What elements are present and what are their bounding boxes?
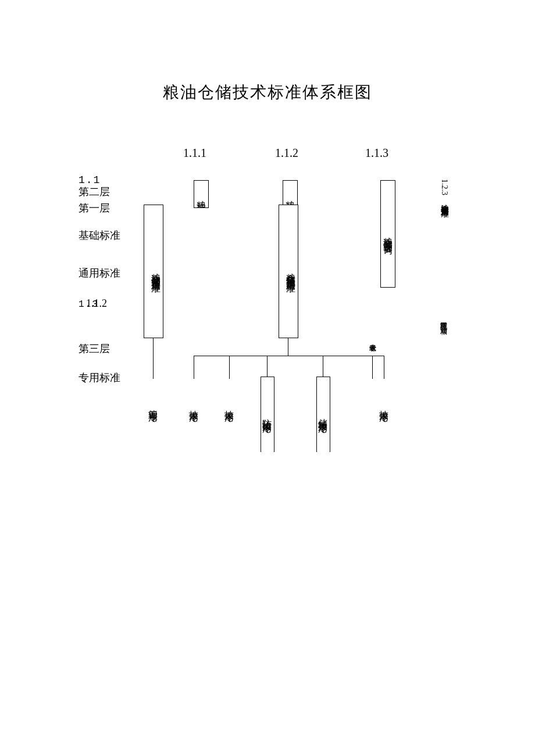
connector-line [194,356,384,356]
label-1-1-2: 1.1.2 [86,298,107,310]
label-base-std: 基础标准 [79,230,120,242]
box-top-2: 粮油 [283,180,298,208]
mid-garble-text: 专未者载 [368,322,377,356]
connector-line [153,338,154,379]
header-num-2: 1.1.2 [275,146,298,160]
connector-line [267,356,268,379]
side-label-num: 1.2.3 [440,179,449,195]
header-num-1: 1.1.1 [183,146,206,160]
connector-line [323,356,323,379]
label-layer3: 第三层 [79,343,110,356]
box-top-3: 粮油仓储设备名词 [380,180,395,288]
box-center-main: 粮食储藏技术通用标准 [279,205,298,338]
leaf-4-box: 防治技术专用 [261,377,274,452]
box-left-main: 粮油仓储管理通用标准 [144,205,163,338]
leaf-3: 技术专用 [224,379,235,431]
connector-line [372,356,373,379]
side-label-text: 粮油仓储设备通用标准 [440,198,449,203]
connector-line [384,356,384,379]
connector-line [288,338,288,356]
leaf-2: 技术专用 [189,379,199,431]
side-garble-text: 粮油仓储机械专用标准 [434,323,447,384]
leaf-5-box: 储粮技术专用 [316,377,330,452]
leaf-1: 管理专用 [148,379,159,431]
page-title: 粮油仓储技术标准体系框图 [0,81,535,103]
label-common-std: 通用标准 [79,267,120,280]
connector-line [194,356,194,379]
label-layer1: 第一层 [79,202,110,215]
header-num-3: 1.1.3 [365,146,388,160]
box-top-1: 粮油 [194,180,209,208]
label-1-1: 1.1 [79,174,101,187]
label-layer2: 第二层 [79,186,110,199]
connector-line [229,356,230,379]
side-label-1-2-3: 1.2.3 粮油仓储设备通用标准 [439,179,451,313]
label-special-std: 专用标准 [79,372,120,385]
leaf-6: 技术专用 [379,379,390,431]
